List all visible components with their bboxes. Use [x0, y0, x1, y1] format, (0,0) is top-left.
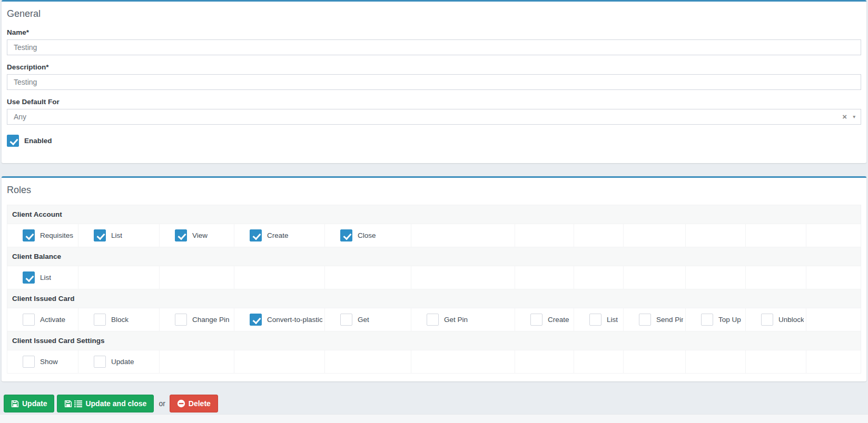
empty-permission-cell — [574, 266, 624, 289]
empty-permission-cell — [686, 224, 746, 247]
permission-label: List — [607, 316, 618, 324]
permission-label: Convert-to-plastic — [267, 316, 322, 324]
permission-cell: Update — [78, 350, 160, 374]
empty-permission-cell — [411, 266, 515, 289]
permission-checkbox[interactable] — [761, 314, 773, 326]
permission-checkbox[interactable] — [23, 314, 35, 326]
role-group-header-row: Client Account — [7, 205, 861, 224]
permission-wrap: Create — [250, 229, 322, 241]
use-default-for-select[interactable]: Any × ▼ — [7, 109, 861, 125]
empty-permission-cell — [234, 266, 325, 289]
roles-table-body: Client AccountRequisitesListViewCreateCl… — [7, 205, 861, 374]
permission-wrap: Close — [340, 229, 409, 241]
empty-permission-cell — [515, 266, 574, 289]
permission-checkbox[interactable] — [340, 229, 352, 241]
empty-permission-cell — [574, 350, 624, 374]
permission-wrap: Get Pin — [427, 314, 512, 326]
footer-actions: Update Update and close or — [4, 395, 868, 412]
use-default-for-label: Use Default For — [7, 98, 861, 106]
permission-wrap: Requisites — [23, 229, 76, 241]
permission-cell: Requisites — [7, 224, 78, 247]
role-group-header-row: Client Issued Card Settings — [7, 331, 861, 350]
permission-checkbox[interactable] — [250, 229, 262, 241]
permission-wrap: Block — [94, 314, 157, 326]
permission-label: Send Pin — [656, 316, 683, 324]
permission-wrap: List — [94, 229, 157, 241]
permission-checkbox[interactable] — [530, 314, 542, 326]
permission-label: Create — [267, 231, 289, 239]
name-input[interactable] — [7, 39, 861, 55]
permission-checkbox[interactable] — [94, 314, 106, 326]
description-input[interactable] — [7, 74, 861, 90]
permission-checkbox[interactable] — [94, 356, 106, 368]
permission-wrap: Convert-to-plastic — [250, 314, 322, 326]
empty-permission-cell — [746, 266, 806, 289]
permission-label: Close — [358, 231, 376, 239]
permission-cell: View — [160, 224, 234, 247]
permission-label: Unblock — [778, 316, 804, 324]
permission-cell: Block — [78, 308, 160, 331]
clear-icon[interactable]: × — [842, 112, 847, 121]
permission-cell: Activate — [7, 308, 78, 331]
permission-checkbox[interactable] — [340, 314, 352, 326]
permission-cell: Create — [515, 308, 574, 331]
permission-checkbox[interactable] — [701, 314, 713, 326]
roles-panel-title: Roles — [7, 185, 861, 196]
role-group-header-row: Client Issued Card — [7, 289, 861, 308]
permission-checkbox[interactable] — [250, 314, 262, 326]
permission-cell: List — [78, 224, 160, 247]
empty-permission-cell — [624, 224, 686, 247]
empty-permission-cell — [234, 350, 325, 374]
permission-checkbox[interactable] — [427, 314, 439, 326]
empty-permission-cell — [411, 350, 515, 374]
delete-button-label: Delete — [189, 399, 211, 408]
permission-wrap: List — [23, 271, 76, 284]
chevron-down-icon[interactable]: ▼ — [852, 114, 856, 119]
permission-checkbox[interactable] — [175, 229, 187, 241]
permission-label: Get Pin — [444, 316, 468, 324]
role-group-title: Client Issued Card Settings — [7, 331, 861, 350]
permission-checkbox[interactable] — [23, 356, 35, 368]
empty-permission-cell — [686, 266, 746, 289]
general-panel: General Name* Description* Use Default F… — [2, 0, 866, 163]
empty-permission-cell — [806, 350, 861, 374]
enabled-checkbox[interactable] — [7, 135, 19, 147]
role-group-header-row: Client Balance — [7, 247, 861, 266]
permission-label: Update — [111, 358, 134, 366]
permission-cell: Show — [7, 350, 78, 374]
role-permissions-row: List — [7, 266, 861, 289]
role-permissions-row: RequisitesListViewCreateClose — [7, 224, 861, 247]
empty-permission-cell — [160, 266, 234, 289]
delete-button[interactable]: Delete — [170, 395, 218, 412]
empty-permission-cell — [325, 266, 411, 289]
permission-wrap: Get — [340, 314, 409, 326]
empty-permission-cell — [325, 350, 411, 374]
permission-wrap: Change Pin — [175, 314, 232, 326]
permission-checkbox[interactable] — [23, 229, 35, 241]
role-group-title: Client Account — [7, 205, 861, 224]
permission-label: Activate — [40, 316, 65, 324]
update-and-close-button[interactable]: Update and close — [57, 395, 154, 412]
save-icon — [11, 400, 19, 408]
role-permissions-row: ShowUpdate — [7, 350, 861, 374]
minus-circle-icon — [177, 399, 185, 408]
permission-checkbox[interactable] — [94, 229, 106, 241]
name-label: Name* — [7, 28, 861, 36]
save-icon — [64, 400, 72, 408]
update-button[interactable]: Update — [4, 395, 54, 412]
empty-permission-cell — [574, 224, 624, 247]
permission-wrap: Update — [94, 356, 157, 368]
empty-permission-cell — [78, 266, 160, 289]
empty-permission-cell — [806, 308, 861, 331]
use-default-for-selected-value: Any — [14, 113, 26, 121]
permission-checkbox[interactable] — [639, 314, 651, 326]
use-default-for-form-group: Use Default For Any × ▼ — [7, 98, 861, 125]
permission-checkbox[interactable] — [175, 314, 187, 326]
permission-label: Requisites — [40, 231, 73, 239]
permission-checkbox[interactable] — [23, 271, 35, 284]
permission-cell: Convert-to-plastic — [234, 308, 325, 331]
permission-checkbox[interactable] — [589, 314, 601, 326]
description-label: Description* — [7, 63, 861, 71]
permission-wrap: Send Pin — [639, 314, 683, 326]
permission-label: Create — [548, 316, 569, 324]
